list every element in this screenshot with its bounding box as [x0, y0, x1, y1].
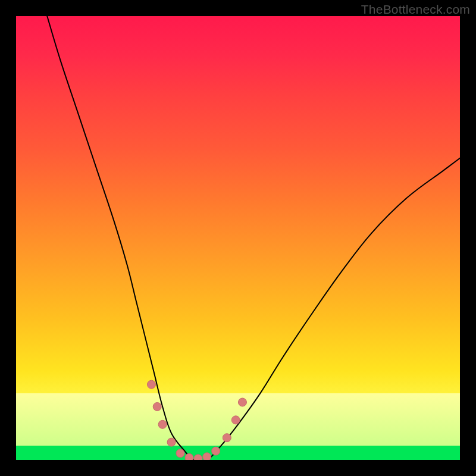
marker-dot	[158, 420, 167, 428]
marker-dot	[167, 438, 176, 446]
marker-dot	[231, 416, 240, 424]
marker-dot	[212, 447, 220, 455]
chart-frame: TheBottleneck.com	[0, 0, 476, 476]
marker-dot	[203, 453, 211, 460]
curve-line	[47, 16, 460, 460]
watermark-text: TheBottleneck.com	[361, 2, 470, 17]
marker-dot	[194, 455, 202, 460]
bottom-markers	[148, 380, 247, 460]
chart-svg	[16, 16, 460, 460]
curve-group	[47, 16, 460, 460]
marker-dot	[185, 453, 193, 460]
plot-area	[16, 16, 460, 460]
marker-dot	[223, 434, 231, 442]
marker-dot	[176, 449, 184, 458]
marker-dot	[153, 402, 161, 411]
marker-dot	[238, 398, 246, 406]
marker-dot	[148, 380, 156, 389]
